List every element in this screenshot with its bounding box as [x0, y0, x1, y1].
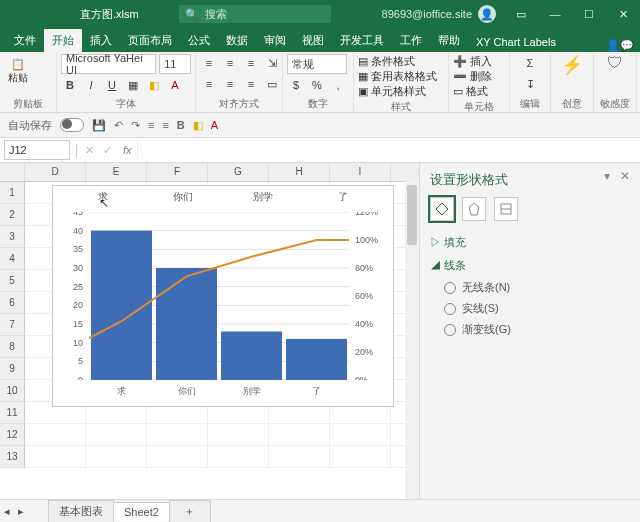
number-format-combo[interactable]: 常规 — [287, 54, 347, 74]
radio-solid-line[interactable]: 实线(S) — [444, 301, 630, 316]
italic-button[interactable]: I — [82, 76, 100, 94]
save-icon[interactable]: 💾 — [92, 119, 106, 132]
qat-align-left-icon[interactable]: ≡ — [148, 119, 154, 131]
align-center-icon[interactable]: ≡ — [221, 75, 239, 93]
sensitivity-icon[interactable]: 🛡 — [607, 54, 623, 72]
autosave-toggle[interactable] — [60, 118, 84, 132]
insert-cells-button[interactable]: ➕ 插入 — [453, 54, 505, 69]
select-all-corner[interactable] — [0, 163, 25, 181]
fx-icon[interactable]: fx — [117, 144, 138, 156]
tab-file[interactable]: 文件 — [6, 29, 44, 52]
tab-data[interactable]: 数据 — [218, 29, 256, 52]
row-header[interactable]: 9 — [0, 358, 25, 380]
tab-work[interactable]: 工作 — [392, 29, 430, 52]
col-header[interactable]: E — [86, 163, 147, 181]
account-label[interactable]: 89693@ioffice.site — [382, 8, 472, 20]
row-header[interactable]: 1 — [0, 182, 25, 204]
comments-icon[interactable]: 💬 — [620, 39, 634, 52]
new-sheet-icon[interactable]: ＋ — [169, 500, 211, 522]
tab-layout[interactable]: 页面布局 — [120, 29, 180, 52]
col-header[interactable]: I — [330, 163, 391, 181]
tab-dev[interactable]: 开发工具 — [332, 29, 392, 52]
font-color-button[interactable]: A — [166, 76, 184, 94]
worksheet[interactable]: D E F G H I J 12345678910111213 求 你们 别学 … — [0, 163, 419, 499]
ribbon-display-icon[interactable]: ▭ — [504, 0, 538, 28]
paste-button[interactable]: 📋粘贴 — [4, 54, 32, 88]
tab-formula[interactable]: 公式 — [180, 29, 218, 52]
align-right-icon[interactable]: ≡ — [242, 75, 260, 93]
radio-gradient-line[interactable]: 渐变线(G) — [444, 322, 630, 337]
embedded-chart[interactable]: 求 你们 别学 了 ↖ 051015202530354045 0%20%40%6… — [52, 185, 394, 407]
underline-button[interactable]: U — [103, 76, 121, 94]
tab-xychart[interactable]: XY Chart Labels — [468, 32, 564, 52]
fill-icon[interactable]: ↧ — [514, 75, 546, 93]
comma-icon[interactable]: , — [329, 76, 347, 94]
col-header[interactable]: G — [208, 163, 269, 181]
qat-bold-icon[interactable]: B — [177, 119, 185, 131]
delete-cells-button[interactable]: ➖ 删除 — [453, 69, 505, 84]
formula-input[interactable] — [137, 141, 640, 159]
row-header[interactable]: 6 — [0, 292, 25, 314]
qat-fill-color-icon[interactable]: ◧ — [193, 119, 203, 132]
tab-help[interactable]: 帮助 — [430, 29, 468, 52]
percent-icon[interactable]: % — [308, 76, 326, 94]
fill-line-tab-icon[interactable] — [430, 197, 454, 221]
redo-icon[interactable]: ↷ — [131, 119, 140, 132]
ideas-icon[interactable]: ⚡ — [561, 54, 583, 76]
tab-review[interactable]: 审阅 — [256, 29, 294, 52]
size-tab-icon[interactable] — [494, 197, 518, 221]
align-bot-icon[interactable]: ≡ — [242, 54, 260, 72]
line-section[interactable]: ◢ 线条 — [430, 258, 630, 273]
cell-style-button[interactable]: ▣ 单元格样式 — [358, 84, 444, 99]
font-size-combo[interactable]: 11 — [159, 54, 191, 74]
row-header[interactable]: 5 — [0, 270, 25, 292]
sheet-tab[interactable]: 基本图表 — [48, 500, 114, 522]
align-top-icon[interactable]: ≡ — [200, 54, 218, 72]
tab-home[interactable]: 开始 — [44, 29, 82, 52]
pane-menu-icon[interactable]: ▾ — [604, 169, 610, 183]
undo-icon[interactable]: ↶ — [114, 119, 123, 132]
fill-color-button[interactable]: ◧ — [145, 76, 163, 94]
share-icon[interactable]: 👤 — [606, 39, 620, 52]
vertical-scrollbar[interactable] — [405, 181, 419, 499]
currency-icon[interactable]: $ — [287, 76, 305, 94]
search-box[interactable]: 🔍 搜索 — [179, 5, 331, 23]
orient-icon[interactable]: ⇲ — [263, 54, 281, 72]
table-format-button[interactable]: ▦ 套用表格格式 — [358, 69, 444, 84]
col-header[interactable]: D — [25, 163, 86, 181]
border-button[interactable]: ▦ — [124, 76, 142, 94]
fill-section[interactable]: ▷ 填充 — [430, 235, 630, 250]
format-cells-button[interactable]: ▭ 格式 — [453, 84, 505, 99]
row-header[interactable]: 4 — [0, 248, 25, 270]
maximize-icon[interactable]: ☐ — [572, 0, 606, 28]
enter-formula-icon[interactable]: ✓ — [99, 141, 117, 159]
pane-close-icon[interactable]: ✕ — [620, 169, 630, 183]
row-header[interactable]: 8 — [0, 336, 25, 358]
col-header[interactable]: F — [147, 163, 208, 181]
close-icon[interactable]: ✕ — [606, 0, 640, 28]
sheet-nav-first-icon[interactable]: ◂ — [0, 505, 14, 518]
name-box[interactable]: J12 — [4, 140, 70, 160]
effects-tab-icon[interactable] — [462, 197, 486, 221]
col-header[interactable]: H — [269, 163, 330, 181]
align-mid-icon[interactable]: ≡ — [221, 54, 239, 72]
radio-no-line[interactable]: 无线条(N) — [444, 280, 630, 295]
row-header[interactable]: 3 — [0, 226, 25, 248]
tab-insert[interactable]: 插入 — [82, 29, 120, 52]
merge-icon[interactable]: ▭ — [263, 75, 281, 93]
qat-font-color-icon[interactable]: A — [211, 119, 218, 131]
avatar[interactable]: 👤 — [478, 5, 496, 23]
row-header[interactable]: 12 — [0, 424, 25, 446]
cancel-formula-icon[interactable]: ✕ — [81, 141, 99, 159]
row-header[interactable]: 13 — [0, 446, 25, 468]
tab-view[interactable]: 视图 — [294, 29, 332, 52]
qat-align-center-icon[interactable]: ≡ — [162, 119, 168, 131]
font-name-combo[interactable]: Microsoft YaHei UI — [61, 54, 156, 74]
row-header[interactable]: 2 — [0, 204, 25, 226]
minimize-icon[interactable]: — — [538, 0, 572, 28]
align-left-icon[interactable]: ≡ — [200, 75, 218, 93]
row-header[interactable]: 11 — [0, 402, 25, 424]
autosum-icon[interactable]: Σ — [514, 54, 546, 72]
bold-button[interactable]: B — [61, 76, 79, 94]
row-header[interactable]: 10 — [0, 380, 25, 402]
